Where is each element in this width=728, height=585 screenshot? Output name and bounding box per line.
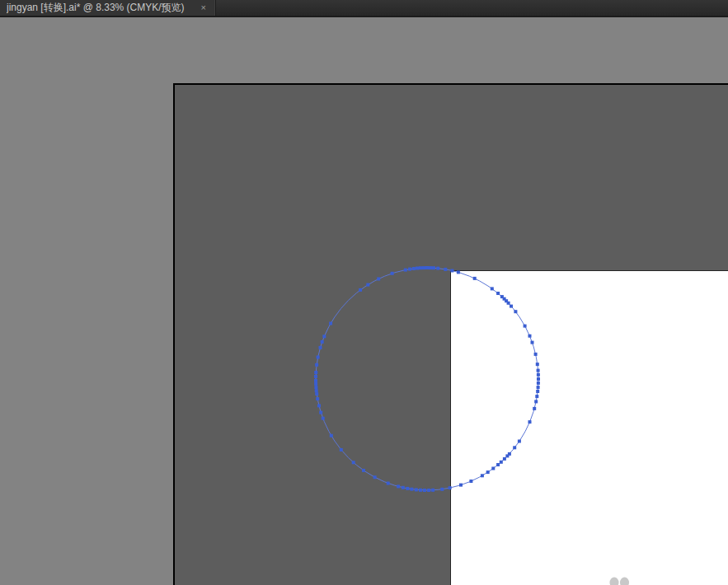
document-tab-title: jingyan [转换].ai* @ 8.33% (CMYK/预览) (7, 0, 189, 16)
pasteboard[interactable] (173, 83, 728, 585)
document-tab[interactable]: jingyan [转换].ai* @ 8.33% (CMYK/预览) × (0, 0, 216, 16)
document-tab-bar: jingyan [转换].ai* @ 8.33% (CMYK/预览) × (0, 0, 728, 17)
tab-close-icon[interactable]: × (199, 0, 209, 16)
artboard[interactable] (450, 270, 728, 585)
